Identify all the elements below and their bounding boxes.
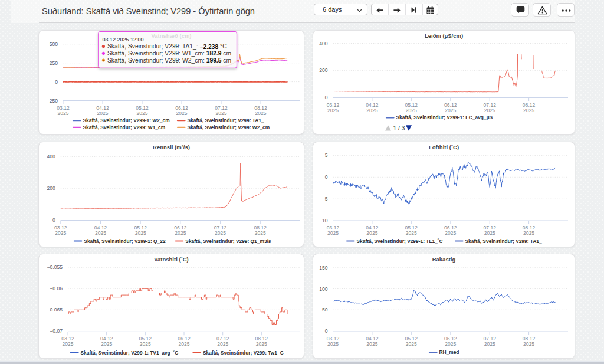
svg-text:2025: 2025 — [140, 341, 151, 347]
svg-text:Skaftá, Sveinstindur; V299: TA: Skaftá, Sveinstindur; V299: TA1_ — [465, 238, 543, 244]
svg-text:2025: 2025 — [327, 107, 339, 113]
svg-text:Vatnshiti (˚C): Vatnshiti (˚C) — [154, 256, 189, 263]
svg-text:2025: 2025 — [327, 230, 339, 236]
svg-text:250: 250 — [50, 60, 58, 66]
svg-text:2025: 2025 — [523, 341, 534, 347]
svg-text:400: 400 — [47, 153, 55, 159]
svg-text:1 / 3: 1 / 3 — [393, 125, 405, 132]
svg-text:2025: 2025 — [366, 341, 378, 347]
svg-text:2025: 2025 — [57, 110, 68, 116]
svg-text:RH_med: RH_med — [439, 349, 459, 355]
svg-text:2025: 2025 — [445, 107, 456, 113]
svg-text:200: 200 — [319, 67, 328, 73]
svg-text:−0.065: −0.065 — [47, 307, 63, 313]
svg-text:2025: 2025 — [101, 341, 112, 347]
svg-text:Leiðni (µS/cm): Leiðni (µS/cm) — [425, 32, 463, 39]
svg-text:2025: 2025 — [255, 110, 266, 116]
svg-text:Rakastig: Rakastig — [432, 256, 456, 263]
svg-text:2025: 2025 — [215, 110, 226, 116]
svg-text:2025: 2025 — [445, 341, 456, 347]
svg-text:2025: 2025 — [95, 229, 106, 235]
svg-text:Skaftá, Sveinstindur; V299-1:: Skaftá, Sveinstindur; V299-1: W2_cm — [83, 117, 170, 123]
svg-text:2025: 2025 — [406, 107, 417, 113]
svg-text:150: 150 — [319, 265, 328, 271]
svg-text:−0.06: −0.06 — [50, 286, 63, 291]
svg-text:Skaftá, Sveinstindur; V299: W1: Skaftá, Sveinstindur; V299: W1_cm: 182.9… — [107, 50, 231, 57]
svg-text:Skaftá, Sveinstindur; V299: W2: Skaftá, Sveinstindur; V299: W2_cm: 199.5… — [107, 57, 231, 64]
svg-text:Skaftá, Sveinstindur; V299: TA: Skaftá, Sveinstindur; V299: TA1_: −2.238… — [107, 43, 227, 50]
svg-text:0: 0 — [325, 174, 328, 180]
svg-text:2025: 2025 — [523, 230, 534, 236]
svg-text:0: 0 — [55, 79, 58, 85]
svg-text:0: 0 — [325, 328, 328, 334]
svg-text:2025: 2025 — [215, 229, 226, 235]
svg-text:2025: 2025 — [366, 107, 378, 113]
svg-text:400: 400 — [319, 41, 328, 47]
svg-text:2025: 2025 — [484, 341, 495, 347]
svg-text:Rennsli (m³/s): Rennsli (m³/s) — [153, 144, 190, 150]
svg-text:Skaftá, Sveinstindur; V299: Tw: Skaftá, Sveinstindur; V299: Tw1_C — [203, 350, 284, 356]
svg-text:2025: 2025 — [176, 110, 187, 116]
svg-text:Skaftá, Sveinstindur; V299: W2: Skaftá, Sveinstindur; V299: W2_cm — [188, 124, 270, 130]
svg-text:03.12.2025 12:00: 03.12.2025 12:00 — [102, 37, 143, 42]
svg-text:2025: 2025 — [406, 341, 417, 347]
svg-text:2025: 2025 — [366, 230, 378, 236]
svg-text:500: 500 — [50, 41, 58, 47]
svg-text:−250: −250 — [47, 98, 58, 104]
svg-text:2025: 2025 — [484, 230, 495, 236]
svg-text:50: 50 — [322, 307, 328, 313]
svg-text:100: 100 — [319, 286, 328, 292]
svg-text:−0.07: −0.07 — [50, 328, 63, 334]
svg-text:−5: −5 — [322, 196, 328, 202]
svg-text:5: 5 — [325, 152, 328, 158]
svg-text:2025: 2025 — [97, 110, 108, 116]
svg-text:2025: 2025 — [55, 229, 66, 235]
svg-text:−10: −10 — [319, 218, 328, 224]
svg-text:Skaftá, Sveinstindur; V299-1:: Skaftá, Sveinstindur; V299-1: TV1_avg_˚C — [81, 350, 179, 356]
svg-text:2025: 2025 — [255, 229, 266, 235]
svg-text:2025: 2025 — [136, 110, 147, 116]
svg-text:−0.055: −0.055 — [47, 264, 63, 270]
svg-text:0: 0 — [52, 217, 55, 223]
svg-text:2025: 2025 — [217, 341, 228, 347]
svg-text:2025: 2025 — [62, 341, 73, 347]
svg-text:2025: 2025 — [523, 107, 534, 113]
svg-text:2025: 2025 — [175, 229, 186, 235]
svg-text:Skaftá, Sveinstindur; V299: TA: Skaftá, Sveinstindur; V299: TA1_ — [188, 117, 265, 123]
svg-text:Lofthiti (˚C): Lofthiti (˚C) — [429, 144, 459, 150]
svg-text:Skaftá, Sveinstindur; V299: W1: Skaftá, Sveinstindur; V299: W1_cm — [83, 124, 166, 130]
svg-text:Skaftá, Sveinstindur; V299: Q1: Skaftá, Sveinstindur; V299: Q1_m3/s — [185, 238, 271, 244]
svg-text:Skaftá, Sveinstindur; V299-1:: Skaftá, Sveinstindur; V299-1: TL1_˚C — [357, 238, 443, 244]
svg-text:Skaftá, Sveinstindur; V299-1:: Skaftá, Sveinstindur; V299-1: Q_22 — [84, 238, 166, 244]
svg-text:2025: 2025 — [406, 230, 417, 236]
svg-text:2025: 2025 — [327, 341, 339, 347]
svg-text:200: 200 — [47, 185, 55, 191]
svg-text:0: 0 — [325, 94, 328, 100]
svg-text:2025: 2025 — [178, 341, 189, 347]
svg-text:2025: 2025 — [445, 230, 456, 236]
svg-text:2025: 2025 — [256, 341, 267, 347]
svg-text:Skaftá, Sveinstindur; V299-1:: Skaftá, Sveinstindur; V299-1: EC_avg_µS — [396, 114, 493, 120]
svg-text:2025: 2025 — [484, 107, 495, 113]
svg-text:2025: 2025 — [135, 229, 146, 235]
